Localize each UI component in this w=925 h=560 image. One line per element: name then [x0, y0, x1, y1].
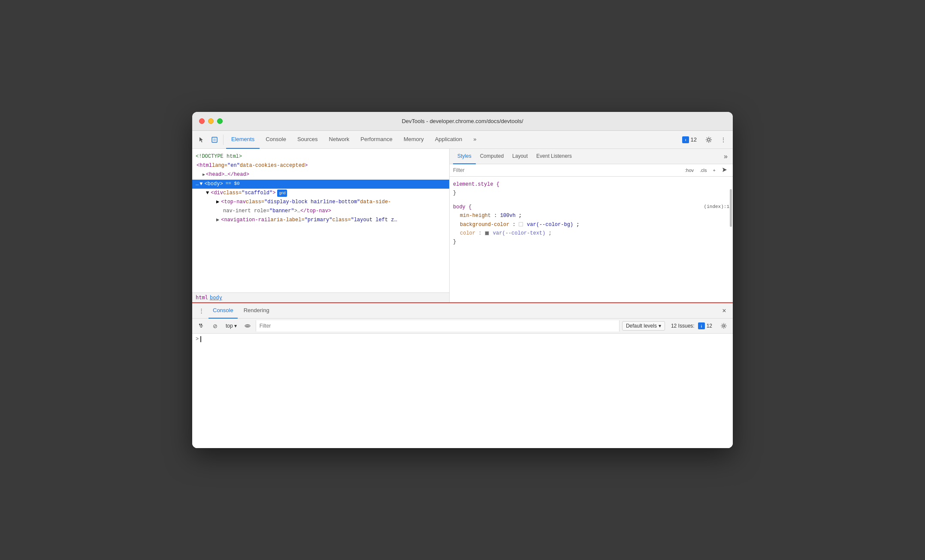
more-options-button[interactable]: ⋮ [717, 134, 729, 146]
styles-panel-wrapper: element.style { } body { (index): [450, 177, 733, 302]
devtools-container: Elements Console Sources Network Perform… [192, 131, 733, 448]
dom-doctype: <!DOCTYPE html> [192, 152, 449, 161]
styles-filter-bar: :hov .cls + [450, 164, 733, 177]
grid-badge: grid [277, 190, 287, 196]
console-toolbar: ⋮ Console Rendering × [192, 303, 733, 319]
style-rule-body: body { (index):1 min-height : 100vh ; [453, 203, 729, 247]
cursor-tool-button[interactable] [196, 134, 208, 146]
tab-memory[interactable]: Memory [399, 131, 429, 149]
dom-top-nav[interactable]: ▶ <top-nav class="display-block hairline… [192, 198, 449, 207]
console-content[interactable]: > [192, 334, 733, 448]
issues-button[interactable]: i 12 [679, 135, 700, 145]
devtools-window: DevTools - developer.chrome.com/docs/dev… [192, 112, 733, 448]
style-rule-element: element.style { } [453, 180, 729, 198]
console-caret: > [196, 336, 199, 342]
tab-performance[interactable]: Performance [355, 131, 397, 149]
issues-count-button[interactable]: 12 Issues: i 12 [668, 321, 716, 331]
devtools-toolbar: Elements Console Sources Network Perform… [192, 131, 733, 149]
dom-tree[interactable]: <!DOCTYPE html> <html lang="en" data-coo… [192, 149, 449, 292]
tab-console-drawer[interactable]: Console [209, 303, 238, 319]
tab-layout[interactable]: Layout [508, 149, 532, 164]
tab-console[interactable]: Console [260, 131, 291, 149]
hov-button[interactable]: :hov [683, 167, 695, 174]
toolbar-right: i 12 ⋮ [679, 134, 729, 146]
console-close-button[interactable]: × [719, 306, 729, 316]
expand-arrow: ▶ [203, 172, 205, 178]
close-button[interactable] [199, 118, 205, 124]
elements-panel: <!DOCTYPE html> <html lang="en" data-coo… [192, 149, 450, 302]
svg-rect-5 [199, 324, 200, 325]
devtools-main: <!DOCTYPE html> <html lang="en" data-coo… [192, 149, 733, 448]
tab-rendering[interactable]: Rendering [239, 303, 274, 319]
styles-filter-input[interactable] [453, 167, 680, 173]
top-context-dropdown[interactable]: top ▾ [223, 322, 239, 330]
svg-rect-6 [201, 324, 202, 325]
styles-more-tabs[interactable]: » [722, 153, 729, 160]
tab-network[interactable]: Network [324, 131, 355, 149]
svg-text:i: i [701, 324, 702, 328]
title-bar: DevTools - developer.chrome.com/docs/dev… [192, 112, 733, 131]
dom-scaffold[interactable]: ▼ <div class="scaffold" > grid [192, 189, 449, 198]
dom-top-nav-2: nav-inert role="banner" > … </top-nav> [192, 207, 449, 216]
dom-head[interactable]: ▶ <head> … </head> [192, 170, 449, 179]
console-cursor [200, 336, 201, 342]
console-settings-button[interactable] [718, 320, 729, 331]
console-menu-button[interactable]: ⋮ [196, 305, 207, 316]
tab-more[interactable]: » [468, 131, 481, 149]
cls-button[interactable]: .cls [698, 167, 709, 174]
inspect-element-button[interactable] [209, 134, 221, 146]
console-prompt: > [196, 335, 729, 343]
tab-application[interactable]: Application [430, 131, 468, 149]
console-block-button[interactable]: ⊘ [209, 320, 221, 331]
styles-panel: Styles Computed Layout Event Listeners » [450, 149, 733, 302]
dom-body[interactable]: … ▼ <body> == $0 [192, 180, 449, 189]
svg-point-10 [723, 325, 725, 327]
toolbar-divider [223, 135, 224, 145]
dom-nav-rail[interactable]: ▶ <navigation-rail aria-label="primary" … [192, 216, 449, 225]
console-clear-button[interactable] [196, 320, 207, 331]
scrollbar-thumb[interactable] [730, 189, 732, 227]
console-eye-button[interactable] [242, 320, 253, 331]
issues-icon: i [682, 136, 689, 143]
styles-tabs: Styles Computed Layout Event Listeners » [450, 149, 733, 164]
tab-elements[interactable]: Elements [226, 131, 260, 149]
issues-count-icon: i [698, 322, 705, 329]
tab-event-listeners[interactable]: Event Listeners [532, 149, 576, 164]
console-filter-input[interactable] [256, 320, 620, 331]
traffic-lights [199, 118, 223, 124]
tab-sources[interactable]: Sources [292, 131, 323, 149]
tab-computed[interactable]: Computed [476, 149, 508, 164]
svg-rect-1 [213, 138, 216, 141]
element-state-button[interactable] [720, 166, 729, 175]
dom-html[interactable]: <html lang="en" data-cookies-accepted > [192, 161, 449, 170]
new-style-rule-button[interactable]: + [711, 167, 717, 174]
breadcrumb: html body [192, 292, 449, 302]
default-levels-button[interactable]: Default levels ▾ [622, 321, 665, 331]
console-panel: ⋮ Console Rendering × [192, 302, 733, 448]
breadcrumb-html[interactable]: html [196, 295, 208, 301]
maximize-button[interactable] [217, 118, 223, 124]
tab-styles[interactable]: Styles [453, 149, 476, 164]
breadcrumb-body[interactable]: body [210, 295, 222, 301]
color-swatch-bg[interactable] [519, 222, 523, 226]
color-swatch-text[interactable] [485, 231, 489, 235]
window-title: DevTools - developer.chrome.com/docs/dev… [402, 118, 523, 124]
console-action-bar: ⊘ top ▾ Default levels ▾ [192, 319, 733, 334]
styles-content[interactable]: element.style { } body { (index): [450, 177, 733, 302]
svg-point-7 [247, 325, 248, 327]
styles-filter-buttons: :hov .cls + [683, 166, 729, 175]
svg-point-4 [707, 138, 710, 141]
svg-text:i: i [685, 138, 686, 142]
settings-button[interactable] [703, 134, 715, 146]
minimize-button[interactable] [208, 118, 214, 124]
devtools-top: <!DOCTYPE html> <html lang="en" data-coo… [192, 149, 733, 302]
